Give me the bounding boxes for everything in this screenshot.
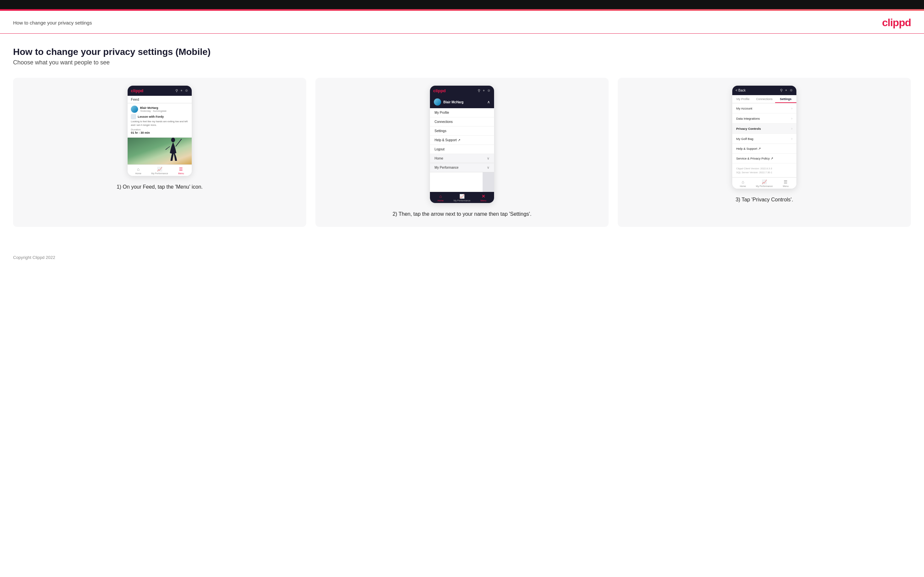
my-account-label: My Account [736, 106, 752, 110]
data-integrations-chevron: › [791, 116, 793, 120]
p3-profile-icon: ⚬ [785, 88, 788, 92]
performance-label: My Performance [151, 172, 168, 174]
menu-item-help[interactable]: Help & Support ↗ [430, 136, 494, 145]
steps-grid: clippd ⚲ ⚬ ⛭ Feed Blair McHarg Ye [13, 78, 911, 227]
phone3-nav-menu[interactable]: ☰ Menu [775, 179, 796, 187]
phone2-home-icon: ⌂ [439, 194, 442, 199]
phone2-nav-performance: 📈 My Performance [451, 194, 472, 202]
feed-avatar [131, 106, 138, 113]
p3-search-icon: ⚲ [780, 88, 783, 92]
phone2-header: clippd ⚲ ⚬ ⛭ [430, 85, 494, 96]
phone3-performance-icon: 📈 [762, 179, 767, 184]
header-title: How to change your privacy settings [13, 20, 92, 26]
menu-item-connections[interactable]: Connections [430, 118, 494, 127]
phone1-icons: ⚲ ⚬ ⛭ [175, 89, 189, 93]
feed-user-row: Blair McHarg Yesterday · Sunningdale [131, 106, 189, 113]
section-home-label: Home [435, 156, 443, 160]
my-golf-bag-chevron: › [791, 137, 793, 140]
setting-help-support[interactable]: Help & Support ↗ [732, 144, 796, 154]
menu-item-logout[interactable]: Logout [430, 145, 494, 154]
search-icon: ⚲ [175, 89, 178, 93]
phone3-nav-home: ⌂ Home [732, 179, 754, 187]
step-caption-1: 1) On your Feed, tap the 'Menu' icon. [116, 183, 202, 190]
phone3-menu-icon: ☰ [783, 179, 788, 184]
phone3-nav-performance: 📈 My Performance [754, 179, 775, 187]
phone2-nav-close[interactable]: ✕ Menu [473, 194, 494, 202]
page-header: How to change your privacy settings clip… [0, 11, 924, 34]
step-card-3: < Back ⚲ ⚬ ⛭ My Profile Connections Sett… [618, 78, 911, 227]
version-text-2: SQL Server Version: 2022.7.30-1 [736, 171, 793, 174]
phone2-performance-icon: 📈 [459, 194, 465, 199]
phone3-home-icon: ⌂ [742, 179, 745, 184]
phone3-home-label: Home [740, 185, 746, 187]
profile-icon: ⚬ [180, 89, 183, 93]
top-bar [0, 0, 924, 9]
phone-mockup-2: clippd ⚲ ⚬ ⛭ Blair McHarg ∧ My P [430, 85, 494, 203]
step-card-2: clippd ⚲ ⚬ ⛭ Blair McHarg ∧ My P [315, 78, 609, 227]
tab-connections[interactable]: Connections [754, 95, 775, 103]
setting-my-account[interactable]: My Account › [732, 103, 796, 113]
phone3-back-button[interactable]: < Back [735, 89, 746, 92]
page-subheading: Choose what you want people to see [13, 59, 911, 66]
phone1-nav-performance: 📈 My Performance [149, 167, 170, 174]
feed-user-sub: Yesterday · Sunningdale [140, 110, 166, 113]
setting-my-golf-bag[interactable]: My Golf Bag › [732, 134, 796, 144]
lesson-icon [131, 114, 136, 119]
menu-section-performance[interactable]: My Performance ∨ [430, 163, 494, 172]
tab-settings[interactable]: Settings [775, 95, 796, 103]
phone-mockup-1: clippd ⚲ ⚬ ⛭ Feed Blair McHarg Ye [128, 85, 192, 176]
phone1-bottom-nav: ⌂ Home 📈 My Performance ☰ Menu [128, 164, 192, 176]
help-support-label: Help & Support ↗ [736, 147, 761, 150]
setting-data-integrations[interactable]: Data Integrations › [732, 113, 796, 124]
feed-user-name: Blair McHarg [140, 106, 166, 110]
p2-search-icon: ⚲ [478, 89, 480, 93]
settings-icon: ⛭ [185, 89, 189, 93]
main-content: How to change your privacy settings (Mob… [0, 34, 924, 250]
data-integrations-label: Data Integrations [736, 117, 760, 120]
feed-lesson-row: Lesson with Fordy [131, 114, 189, 119]
feed-desc: Looking to feel like my hands are exitin… [131, 120, 189, 127]
setting-privacy-controls[interactable]: Privacy Controls › [732, 124, 796, 134]
phone-mockup-3: < Back ⚲ ⚬ ⛭ My Profile Connections Sett… [732, 85, 796, 189]
chevron-down-icon: ∨ [487, 156, 489, 161]
my-account-chevron: › [791, 106, 793, 110]
version-text-1: Clippd Client Version: 2022.8.3-3 [736, 167, 793, 171]
step-caption-2: 2) Then, tap the arrow next to your name… [393, 210, 532, 218]
menu-label: Menu [178, 172, 184, 174]
phone3-icons: ⚲ ⚬ ⛭ [780, 88, 793, 92]
section-performance-label: My Performance [435, 166, 459, 169]
logo: clippd [882, 17, 911, 29]
feed-duration: Duration 01 hr : 30 min [131, 128, 189, 134]
page-heading: How to change your privacy settings (Mob… [13, 47, 911, 57]
phone3-menu-label: Menu [783, 185, 789, 187]
copyright-text: Copyright Clippd 2022 [13, 255, 55, 260]
lesson-title: Lesson with Fordy [138, 115, 164, 118]
phone2-home-label: Home [438, 200, 444, 202]
phone2-logo: clippd [433, 88, 446, 93]
menu-item-my-profile[interactable]: My Profile [430, 108, 494, 118]
phone2-nav-home: ⌂ Home [430, 194, 451, 202]
phone1-nav-menu[interactable]: ☰ Menu [170, 167, 192, 174]
setting-service-privacy[interactable]: Service & Privacy Policy ↗ [732, 154, 796, 163]
phone2-bottom-nav: ⌂ Home 📈 My Performance ✕ Menu [430, 192, 494, 203]
phone1-feed-item: Blair McHarg Yesterday · Sunningdale Les… [128, 103, 192, 138]
chevron-down-icon-2: ∨ [487, 165, 489, 170]
step-card-1: clippd ⚲ ⚬ ⛭ Feed Blair McHarg Ye [13, 78, 306, 227]
tab-my-profile[interactable]: My Profile [732, 95, 754, 103]
phone2-menu-label: Menu [481, 200, 486, 202]
home-icon: ⌂ [137, 167, 140, 172]
service-privacy-label: Service & Privacy Policy ↗ [736, 156, 773, 160]
p2-profile-icon: ⚬ [482, 89, 485, 93]
phone1-logo: clippd [131, 88, 143, 93]
my-golf-bag-label: My Golf Bag [736, 137, 753, 140]
menu-user-info: Blair McHarg [434, 98, 464, 106]
menu-item-settings[interactable]: Settings [430, 127, 494, 136]
phone1-header: clippd ⚲ ⚬ ⛭ [128, 85, 192, 96]
phone2-icons: ⚲ ⚬ ⛭ [478, 89, 491, 93]
p3-settings-icon: ⛭ [790, 88, 793, 92]
svg-point-0 [171, 138, 175, 142]
feed-user-info: Blair McHarg Yesterday · Sunningdale [140, 106, 166, 113]
menu-section-home[interactable]: Home ∨ [430, 154, 494, 163]
menu-avatar [434, 98, 441, 106]
phone3-performance-label: My Performance [756, 185, 772, 187]
